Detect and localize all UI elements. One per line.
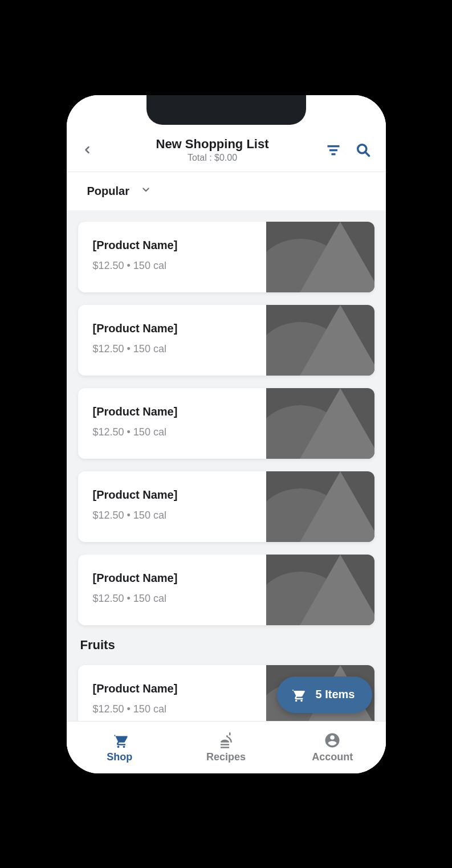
product-image-placeholder: [266, 305, 374, 376]
svg-rect-0: [327, 145, 339, 147]
bottom-nav: Shop Recipes Account: [67, 721, 386, 773]
cart-icon: [290, 687, 306, 703]
device-notch: [146, 95, 306, 125]
product-card[interactable]: [Product Name] $12.50 • 150 cal: [78, 555, 374, 625]
filter-button[interactable]: [324, 141, 343, 159]
product-info: [Product Name] $12.50 • 150 cal: [78, 555, 266, 625]
product-card[interactable]: [Product Name] $12.50 • 150 cal: [78, 471, 374, 542]
svg-line-4: [365, 152, 369, 156]
product-info: [Product Name] $12.50 • 150 cal: [78, 388, 266, 459]
product-card[interactable]: [Product Name] $12.50 • 150 cal: [78, 305, 374, 376]
product-image-placeholder: [266, 555, 374, 625]
product-name: [Product Name]: [93, 572, 251, 585]
header-title-wrap: New Shopping List Total : $0.00: [101, 137, 324, 163]
product-info: [Product Name] $12.50 • 150 cal: [78, 222, 266, 292]
product-meta: $12.50 • 150 cal: [93, 510, 251, 521]
top-actions: [324, 141, 372, 159]
sort-dropdown[interactable]: Popular: [67, 172, 386, 210]
svg-rect-1: [329, 149, 337, 151]
cart-summary-label: 5 Items: [316, 688, 355, 701]
product-meta: $12.50 • 150 cal: [93, 703, 251, 715]
search-icon: [355, 142, 371, 158]
svg-point-7: [117, 745, 119, 748]
nav-recipes[interactable]: Recipes: [173, 722, 279, 773]
section-header-fruits: Fruits: [80, 638, 374, 653]
product-meta: $12.50 • 150 cal: [93, 426, 251, 438]
product-name: [Product Name]: [93, 682, 251, 695]
svg-point-6: [300, 699, 303, 702]
cart-icon: [111, 732, 128, 749]
app-screen: New Shopping List Total : $0.00 Popular: [67, 95, 386, 773]
nav-label: Recipes: [206, 751, 246, 763]
product-name: [Product Name]: [93, 405, 251, 418]
product-info: [Product Name] $12.50 • 150 cal: [78, 471, 266, 542]
product-meta: $12.50 • 150 cal: [93, 260, 251, 272]
chevron-down-icon: [141, 185, 151, 197]
page-title: New Shopping List: [101, 137, 324, 152]
svg-point-5: [295, 699, 297, 702]
filter-icon: [325, 142, 341, 158]
nav-label: Shop: [107, 751, 132, 763]
product-info: [Product Name] $12.50 • 150 cal: [78, 305, 266, 376]
cart-summary-button[interactable]: 5 Items: [277, 677, 372, 713]
product-card[interactable]: [Product Name] $12.50 • 150 cal: [78, 222, 374, 292]
product-meta: $12.50 • 150 cal: [93, 343, 251, 355]
nav-shop[interactable]: Shop: [67, 722, 173, 773]
svg-rect-2: [331, 153, 335, 155]
product-name: [Product Name]: [93, 239, 251, 252]
page-subtitle: Total : $0.00: [101, 153, 324, 163]
product-card[interactable]: [Product Name] $12.50 • 150 cal: [78, 388, 374, 459]
product-image-placeholder: [266, 222, 374, 292]
product-image-placeholder: [266, 388, 374, 459]
product-image-placeholder: [266, 471, 374, 542]
nav-account[interactable]: Account: [279, 722, 386, 773]
chevron-left-icon: [82, 144, 93, 156]
back-button[interactable]: [74, 136, 101, 164]
sort-label: Popular: [87, 185, 129, 198]
phone-frame: New Shopping List Total : $0.00 Popular: [67, 95, 386, 773]
search-button[interactable]: [354, 141, 372, 159]
product-name: [Product Name]: [93, 488, 251, 502]
product-meta: $12.50 • 150 cal: [93, 593, 251, 605]
fastfood-icon: [218, 732, 235, 749]
product-name: [Product Name]: [93, 322, 251, 335]
nav-label: Account: [312, 751, 353, 763]
svg-point-8: [123, 745, 125, 748]
account-circle-icon: [324, 732, 341, 749]
